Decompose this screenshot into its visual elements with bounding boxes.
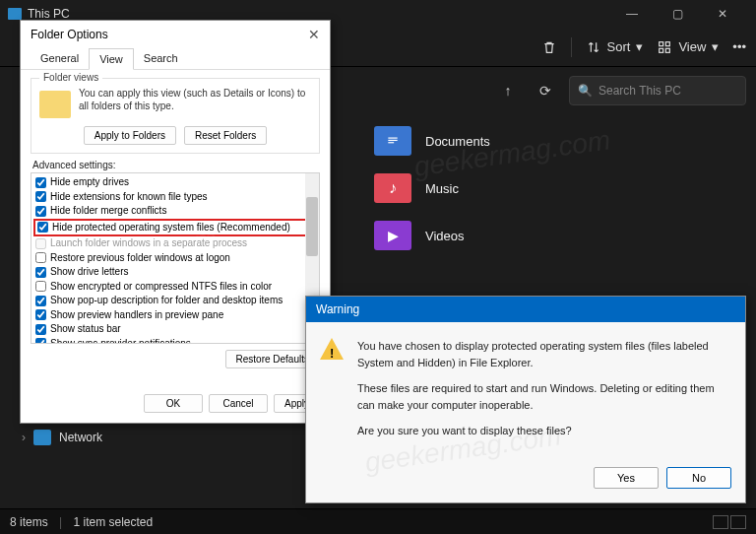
advanced-settings-list: Hide empty drivesHide extensions for kno… (31, 172, 320, 344)
maximize-button[interactable]: ▢ (660, 2, 695, 26)
no-button[interactable]: No (666, 467, 731, 489)
warning-line-1: You have chosen to display protected ope… (357, 338, 731, 370)
advanced-setting-item[interactable]: Hide empty drives (35, 175, 315, 190)
music-icon: ♪ (374, 173, 411, 203)
advanced-setting-item[interactable]: Hide folder merge conflicts (35, 204, 315, 219)
view-mode-icons[interactable] (730, 515, 746, 529)
folder-views-group: Folder views You can apply this view (su… (31, 78, 320, 154)
advanced-setting-checkbox[interactable] (35, 177, 46, 188)
advanced-setting-item[interactable]: Show pop-up description for folder and d… (35, 294, 315, 308)
warning-line-2: These files are required to start and ru… (357, 380, 731, 413)
tab-search[interactable]: Search (134, 48, 188, 69)
cancel-button[interactable]: Cancel (209, 394, 268, 413)
tab-view[interactable]: View (89, 48, 134, 70)
sort-button[interactable]: Sort ▾ (586, 39, 644, 55)
status-item-count: 8 items (10, 515, 48, 529)
app-icon (8, 8, 22, 20)
advanced-setting-item[interactable]: Show drive letters (35, 265, 315, 280)
ok-button[interactable]: OK (144, 394, 203, 413)
warning-title: Warning (306, 297, 745, 322)
dialog-close-button[interactable]: ✕ (308, 27, 320, 42)
more-button[interactable]: ••• (732, 39, 746, 54)
network-label: Network (59, 431, 102, 444)
library-music[interactable]: ♪ Music (374, 173, 490, 203)
warning-icon: ! (320, 338, 344, 362)
advanced-setting-label: Show encrypted or compressed NTFS files … (50, 280, 272, 295)
advanced-setting-checkbox[interactable] (35, 281, 46, 292)
libraries: Documents ♪ Music ▶ Videos (354, 118, 510, 258)
svg-rect-1 (666, 41, 670, 45)
advanced-setting-label: Show pop-up description for folder and d… (50, 294, 283, 308)
search-input[interactable]: 🔍 Search This PC (569, 76, 746, 105)
sort-label: Sort (607, 39, 631, 54)
minimize-button[interactable]: — (614, 2, 650, 26)
advanced-setting-item[interactable]: Hide protected operating system files (R… (33, 219, 317, 237)
tab-general[interactable]: General (31, 48, 89, 69)
svg-rect-6 (388, 142, 394, 143)
advanced-setting-label: Show status bar (50, 322, 121, 337)
apply-to-folders-button[interactable]: Apply to Folders (84, 126, 176, 145)
svg-rect-0 (660, 41, 663, 45)
advanced-setting-item[interactable]: Restore previous folder windows at logon (35, 251, 315, 266)
network-icon (33, 430, 51, 445)
advanced-setting-label: Show preview handlers in preview pane (50, 308, 223, 323)
advanced-setting-label: Hide folder merge conflicts (50, 204, 166, 219)
warning-dialog: Warning ! You have chosen to display pro… (305, 296, 746, 503)
chevron-right-icon: › (22, 431, 26, 444)
yes-button[interactable]: Yes (594, 467, 659, 489)
dialog-title: Folder Options (31, 28, 108, 41)
advanced-setting-checkbox[interactable] (37, 222, 48, 233)
videos-icon: ▶ (374, 221, 411, 250)
view-mode-details[interactable] (713, 515, 728, 529)
search-icon: 🔍 (578, 84, 593, 98)
advanced-setting-label: Hide extensions for known file types (50, 190, 208, 205)
svg-rect-4 (388, 138, 397, 139)
svg-rect-2 (660, 48, 663, 52)
advanced-setting-item[interactable]: Hide extensions for known file types (35, 190, 315, 205)
close-button[interactable]: ✕ (705, 2, 740, 26)
advanced-setting-checkbox[interactable] (35, 191, 46, 202)
advanced-setting-item[interactable]: Show status bar (35, 322, 315, 337)
status-bar: 8 items | 1 item selected (0, 508, 756, 534)
advanced-setting-item[interactable]: Show preview handlers in preview pane (35, 308, 315, 323)
advanced-setting-label: Launch folder windows in a separate proc… (50, 236, 247, 251)
delete-button[interactable] (541, 39, 557, 55)
library-label: Music (425, 181, 459, 196)
status-selection: 1 item selected (74, 515, 154, 529)
view-button[interactable]: View ▾ (657, 39, 719, 55)
view-label: View (678, 39, 706, 54)
advanced-setting-checkbox[interactable] (35, 252, 46, 263)
chevron-down-icon: ▾ (712, 39, 719, 54)
svg-rect-3 (666, 48, 670, 52)
library-documents[interactable]: Documents (374, 126, 490, 156)
up-button[interactable]: ↑ (494, 77, 522, 104)
window-title: This PC (28, 7, 70, 21)
advanced-setting-item[interactable]: Show encrypted or compressed NTFS files … (35, 280, 315, 295)
advanced-setting-checkbox[interactable] (35, 338, 46, 344)
advanced-setting-label: Show sync provider notifications (50, 337, 191, 345)
trash-icon (541, 39, 557, 55)
folder-icon (39, 91, 71, 118)
advanced-setting-checkbox[interactable] (35, 238, 46, 249)
advanced-setting-checkbox[interactable] (35, 324, 46, 335)
advanced-setting-item[interactable]: Show sync provider notifications (35, 337, 315, 345)
view-icon (657, 39, 672, 55)
svg-rect-5 (388, 140, 397, 141)
advanced-setting-item[interactable]: Launch folder windows in a separate proc… (35, 236, 315, 251)
advanced-setting-label: Hide protected operating system files (R… (52, 221, 290, 235)
library-label: Videos (425, 229, 465, 243)
advanced-setting-checkbox[interactable] (35, 296, 46, 306)
documents-icon (374, 126, 411, 156)
ellipsis-icon: ••• (732, 39, 746, 54)
advanced-setting-checkbox[interactable] (35, 267, 46, 278)
refresh-button[interactable]: ⟳ (532, 77, 559, 104)
advanced-setting-checkbox[interactable] (35, 206, 46, 217)
advanced-setting-checkbox[interactable] (35, 309, 46, 320)
reset-folders-button[interactable]: Reset Folders (184, 126, 267, 145)
search-placeholder: Search This PC (598, 84, 681, 98)
sidebar-item-network[interactable]: › Network (22, 430, 102, 445)
library-videos[interactable]: ▶ Videos (374, 221, 490, 250)
chevron-down-icon: ▾ (636, 39, 643, 54)
sort-icon (586, 39, 601, 55)
scrollbar-thumb[interactable] (306, 197, 318, 256)
